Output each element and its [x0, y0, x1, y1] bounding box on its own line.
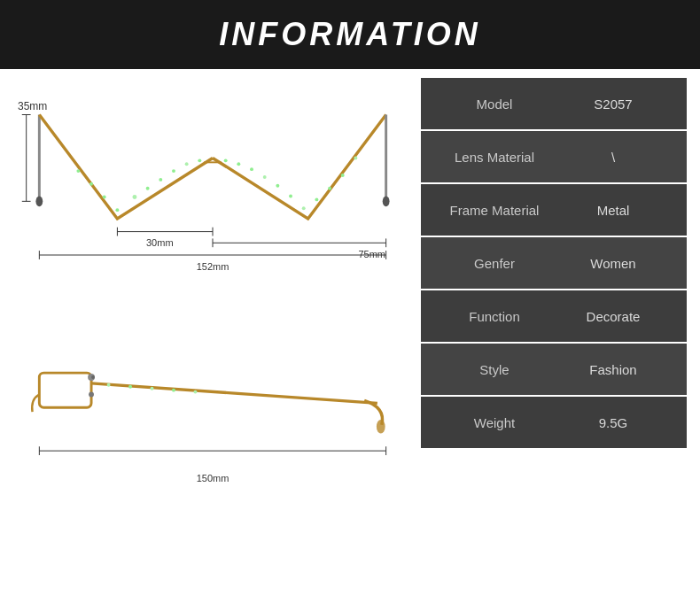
info-row: Weight9.5G [421, 397, 687, 448]
info-label-model: Model [435, 97, 554, 112]
svg-point-44 [128, 385, 132, 389]
info-value-style: Fashion [554, 362, 673, 377]
svg-point-47 [193, 390, 197, 394]
svg-point-4 [103, 196, 106, 199]
top-diagram: 35mm [13, 87, 412, 317]
info-row: FunctionDecorate [421, 290, 687, 342]
svg-point-6 [133, 195, 137, 199]
svg-point-24 [35, 196, 43, 206]
page-title: INFORMATION [0, 16, 700, 53]
svg-point-7 [146, 187, 150, 190]
svg-point-16 [276, 184, 279, 188]
svg-point-43 [107, 383, 111, 387]
info-row: GenferWomen [421, 237, 687, 289]
svg-point-8 [159, 178, 162, 182]
bottom-diagram: 150mm [13, 326, 412, 503]
info-value-lens-material: \ [554, 150, 673, 165]
svg-point-13 [237, 162, 240, 166]
info-value-model: S2057 [554, 97, 673, 112]
glasses-side-svg [13, 326, 412, 468]
svg-point-15 [263, 175, 267, 179]
info-label-lens-material: Lens Material [435, 150, 554, 165]
info-label-style: Style [435, 362, 554, 377]
info-row: StyleFashion [421, 344, 687, 395]
svg-point-48 [91, 375, 95, 379]
info-row: ModelS2057 [421, 78, 687, 129]
info-row: Lens Material\ [421, 131, 687, 182]
svg-point-25 [383, 196, 390, 206]
info-label-frame-material: Frame Material [435, 203, 554, 218]
svg-point-9 [172, 169, 175, 173]
svg-point-22 [354, 156, 357, 159]
dimension-152mm-label: 152mm [197, 261, 229, 272]
svg-point-42 [377, 420, 385, 434]
info-value-function: Decorate [554, 309, 673, 324]
svg-point-5 [115, 208, 119, 212]
svg-point-12 [224, 158, 228, 162]
svg-point-14 [250, 167, 253, 171]
svg-point-40 [89, 392, 94, 398]
svg-point-21 [341, 174, 345, 177]
info-label-function: Function [435, 309, 554, 324]
svg-line-41 [91, 383, 377, 404]
info-label-genfer: Genfer [435, 256, 554, 271]
svg-rect-38 [39, 373, 91, 407]
svg-point-45 [151, 387, 154, 390]
glasses-front-svg [13, 87, 412, 264]
svg-point-20 [328, 187, 331, 190]
dimension-35mm: 35mm [18, 100, 47, 112]
svg-point-18 [302, 206, 306, 210]
main-content: 35mm [0, 69, 700, 603]
info-label-weight: Weight [435, 415, 554, 430]
svg-point-3 [89, 182, 93, 186]
dimension-30mm-label: 30mm [146, 237, 174, 248]
svg-point-46 [172, 389, 175, 392]
svg-point-10 [185, 162, 189, 166]
diagram-section: 35mm [13, 78, 412, 594]
dimension-75mm-label: 75mm [358, 249, 385, 259]
info-table: ModelS2057Lens Material\Frame MaterialMe… [421, 78, 687, 594]
info-value-genfer: Women [554, 256, 673, 271]
svg-point-19 [315, 197, 318, 201]
info-value-frame-material: Metal [554, 203, 673, 218]
dimension-150mm-label: 150mm [13, 473, 412, 483]
svg-point-2 [76, 169, 80, 173]
info-value-weight: 9.5G [554, 415, 673, 430]
svg-point-11 [198, 158, 201, 162]
svg-point-17 [289, 195, 292, 198]
page-wrapper: INFORMATION 35mm [0, 0, 700, 603]
header-section: INFORMATION [0, 0, 700, 69]
info-row: Frame MaterialMetal [421, 184, 687, 236]
